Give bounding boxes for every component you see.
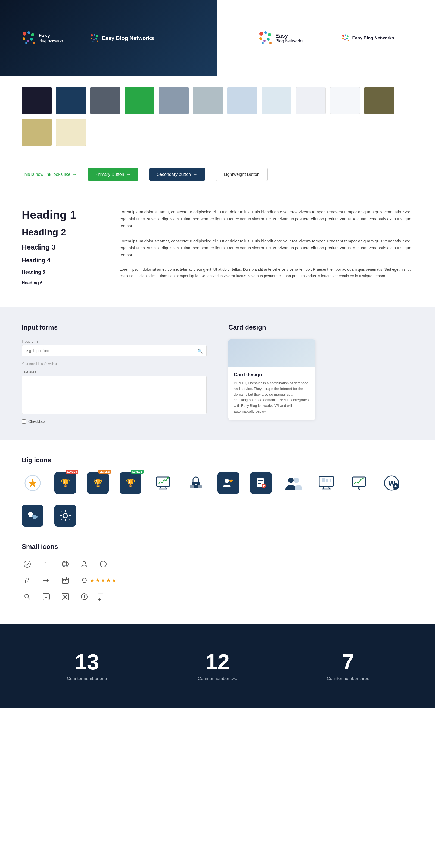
secondary-button[interactable]: Secondary button →	[149, 168, 205, 181]
search-icon: 🔍	[197, 349, 203, 354]
info-icon	[79, 591, 90, 602]
small-icons-row-1: "	[22, 559, 413, 569]
svg-point-7	[25, 42, 27, 44]
logo-section: Easy Blog Networks Easy Blog Networks	[0, 0, 435, 76]
svg-point-27	[342, 37, 344, 39]
lock-stack-icon	[185, 472, 207, 494]
card-text: PBN HQ Domains is a combination of datab…	[234, 380, 310, 414]
logo-large-dark: Easy Blog Networks	[22, 31, 63, 45]
svg-point-16	[259, 32, 263, 36]
svg-point-52	[288, 477, 294, 483]
counter-label-3: Counter number three	[327, 676, 369, 681]
heading-2: Heading 2	[22, 227, 98, 238]
counter-label-1: Counter number one	[67, 676, 107, 681]
svg-point-28	[344, 39, 345, 40]
svg-point-14	[97, 40, 98, 42]
svg-point-29	[346, 38, 348, 39]
svg-rect-89	[63, 580, 64, 582]
typography-section: Heading 1 Heading 2 Heading 3 Heading 4 …	[0, 192, 435, 307]
cards-column: Card design Card design PBN HQ Domains i…	[228, 323, 413, 424]
svg-point-40	[195, 484, 197, 485]
big-icons-grid: 🏆 LEVEL 3 🏆 LEVEL 2 🏆 LEVEL 1	[22, 472, 413, 527]
input-label: Input form	[22, 339, 207, 343]
lightweight-button[interactable]: Lightweight Button	[216, 168, 268, 181]
svg-point-3	[23, 37, 25, 40]
input-hint: Your email is safe with us	[22, 362, 207, 366]
card-image	[228, 339, 315, 367]
circle-icon	[98, 559, 109, 569]
svg-rect-41	[190, 485, 194, 489]
counter-label-2: Counter number two	[198, 676, 237, 681]
logo-line1-light: Easy	[275, 33, 303, 39]
level-badge-2: LEVEL 2	[98, 470, 111, 474]
checkbox-input[interactable]	[22, 419, 26, 424]
svg-rect-71	[60, 515, 62, 516]
globe-icon	[60, 559, 71, 569]
counter-item-3: 7 Counter number three	[283, 646, 413, 686]
review-star-icon	[218, 472, 239, 494]
swatch-dark-blue	[56, 87, 86, 114]
small-icons-row-2: ★★★★★	[22, 575, 413, 586]
svg-rect-61	[330, 478, 331, 483]
primary-button[interactable]: Primary Button →	[88, 168, 138, 181]
counter-number-1: 13	[75, 651, 99, 673]
chart-monitor-icon	[152, 472, 174, 494]
svg-point-26	[347, 35, 348, 37]
svg-point-4	[27, 40, 29, 42]
svg-point-81	[100, 561, 106, 567]
swatch-cream	[56, 119, 86, 146]
textarea-field[interactable]	[22, 376, 207, 414]
svg-point-19	[259, 37, 262, 40]
forms-cards-section: Input forms Input form 🔍 Your email is s…	[0, 307, 435, 440]
small-icons-row-3: — +	[22, 591, 413, 602]
counter-number-2: 12	[205, 651, 230, 673]
swatches-section	[0, 76, 435, 157]
big-icons-heading: Big icons	[22, 456, 413, 464]
swatch-dark-gray	[90, 87, 120, 114]
heading-4: Heading 4	[22, 257, 98, 264]
swatch-green	[125, 87, 155, 114]
quote-icon: "	[41, 559, 52, 569]
link-text[interactable]: This is how link looks like →	[22, 172, 77, 177]
svg-rect-90	[65, 580, 66, 582]
svg-point-13	[95, 38, 97, 39]
calendar-icon	[60, 575, 71, 586]
logo-light-bg: Easy Blog Networks Easy Blog Networks	[218, 0, 435, 76]
body-text-1: Lorem ipsum dolor sit amet, consectetur …	[120, 209, 413, 229]
svg-point-9	[94, 34, 95, 36]
heading-3: Heading 3	[22, 243, 98, 251]
logo-text-single-light: Easy Blog Networks	[352, 36, 394, 40]
twitter-icon	[60, 591, 71, 602]
svg-point-10	[96, 35, 98, 37]
svg-point-18	[268, 33, 271, 36]
counter-item-1: 13 Counter number one	[22, 646, 152, 686]
checkbox-label: Checkbox	[28, 419, 45, 424]
forms-heading: Input forms	[22, 323, 207, 331]
trophy-level3-icon: 🏆 LEVEL 3	[55, 472, 76, 494]
svg-point-53	[294, 477, 299, 483]
checkbox-row: Checkbox	[22, 419, 207, 424]
logo-dots-large-dark	[22, 31, 36, 45]
settings-cog-icon	[55, 505, 76, 527]
body-column: Lorem ipsum dolor sit amet, consectetur …	[120, 209, 413, 291]
monitor-desktop-icon	[315, 472, 337, 494]
svg-point-97	[84, 595, 85, 596]
buttons-section: This is how link looks like → Primary Bu…	[0, 157, 435, 192]
counter-section: 13 Counter number one 12 Counter number …	[0, 624, 435, 708]
svg-point-24	[342, 35, 344, 37]
person-icon	[79, 559, 90, 569]
stars-icon: ★★★★★	[98, 575, 109, 586]
textarea-label: Text area	[22, 370, 207, 374]
svg-point-11	[91, 37, 93, 39]
input-field[interactable]	[22, 345, 207, 356]
heading-1: Heading 1	[22, 209, 98, 221]
heading-6: Heading 6	[22, 281, 98, 285]
logo-text-single-dark: Easy Blog Networks	[102, 35, 154, 41]
logo-text-main-1: Easy	[39, 33, 63, 39]
svg-point-8	[91, 34, 93, 37]
swatch-light-blue-gray	[227, 87, 257, 114]
card-body: Card design PBN HQ Domains is a combinat…	[228, 367, 315, 420]
svg-point-1	[28, 31, 30, 34]
svg-point-2	[31, 33, 34, 36]
puzzle-icon	[22, 505, 43, 527]
